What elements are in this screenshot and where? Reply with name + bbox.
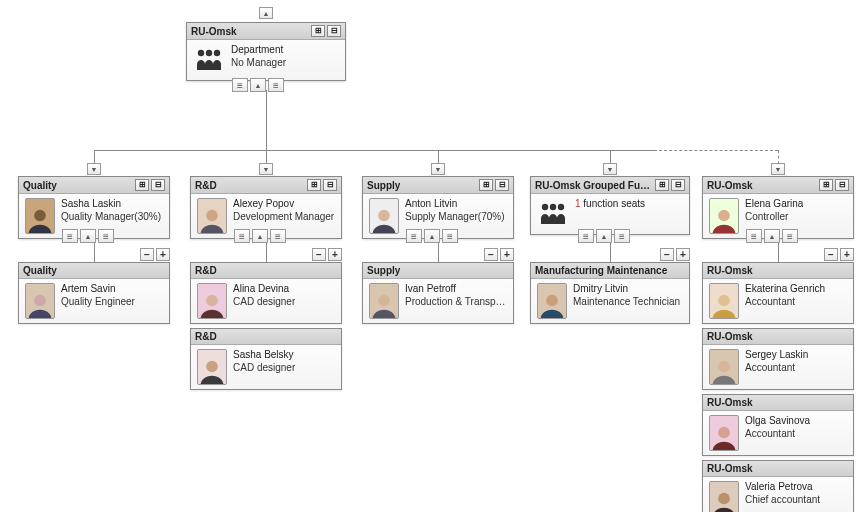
hdr-icon[interactable]: ⊟ [495, 179, 509, 191]
child-name: Alina Devina [233, 283, 295, 296]
child-card[interactable]: RU-Omsk Ekaterina GenrichAccountant [702, 262, 854, 324]
avatar [709, 198, 739, 234]
avatar [197, 349, 227, 385]
hdr-icon[interactable]: ⊞ [307, 179, 321, 191]
expand-plus[interactable]: + [328, 248, 342, 261]
collapse-up-button[interactable] [596, 229, 612, 243]
root-top-handle[interactable] [259, 7, 273, 19]
child-name: Ivan Petroff [405, 283, 507, 296]
svg-point-17 [718, 427, 730, 439]
hdr-icon[interactable]: ⊟ [151, 179, 165, 191]
list-button[interactable] [578, 229, 594, 243]
collapse-up-button[interactable] [424, 229, 440, 243]
list-button[interactable] [232, 78, 248, 92]
avatar [197, 198, 227, 234]
hdr-icon[interactable]: ⊞ [479, 179, 493, 191]
svg-point-18 [718, 493, 730, 505]
collapse-minus[interactable]: − [312, 248, 326, 261]
hdr-icon[interactable]: ⊞ [819, 179, 833, 191]
branch-title: RU-Omsk Grouped Functions [535, 180, 655, 191]
hdr-icon[interactable]: ⊟ [835, 179, 849, 191]
avatar [369, 283, 399, 319]
person-role: Supply Manager(70%) [405, 211, 505, 224]
person-role: Development Manager [233, 211, 334, 224]
list-button[interactable] [234, 229, 250, 243]
hdr-icon[interactable]: ⊟ [323, 179, 337, 191]
child-title: R&D [195, 331, 217, 342]
branch-title: Supply [367, 180, 400, 191]
svg-point-4 [206, 210, 218, 222]
list-button[interactable] [270, 229, 286, 243]
collapse-up-button[interactable] [80, 229, 96, 243]
list-button[interactable] [442, 229, 458, 243]
list-button-2[interactable] [268, 78, 284, 92]
child-card[interactable]: RU-Omsk Olga SavinovaAccountant [702, 394, 854, 456]
child-role: CAD designer [233, 362, 295, 375]
department-icon [193, 44, 225, 76]
svg-point-13 [378, 295, 390, 307]
root-manager: No Manager [231, 57, 286, 70]
expand-plus[interactable]: + [676, 248, 690, 261]
avatar [709, 415, 739, 451]
svg-point-7 [550, 204, 556, 210]
avatar [25, 283, 55, 319]
branch-title: RU-Omsk [707, 180, 753, 191]
child-title: RU-Omsk [707, 265, 753, 276]
collapse-minus[interactable]: − [824, 248, 838, 261]
child-card[interactable]: Quality Artem SavinQuality Engineer [18, 262, 170, 324]
branch-top-handle[interactable]: ▼ [87, 163, 101, 175]
child-card[interactable]: RU-Omsk Valeria PetrovaChief accountant [702, 460, 854, 512]
header-icon-2[interactable]: ⊟ [327, 25, 341, 37]
branch-top-handle[interactable]: ▼ [431, 163, 445, 175]
child-card[interactable]: RU-Omsk Sergey LaskinAccountant [702, 328, 854, 390]
expand-plus[interactable]: + [156, 248, 170, 261]
branch-top-handle[interactable]: ▼ [771, 163, 785, 175]
child-role: Quality Engineer [61, 296, 135, 309]
child-card[interactable]: R&D Sasha BelskyCAD designer [190, 328, 342, 390]
expand-plus[interactable]: + [500, 248, 514, 261]
branch-top-handle[interactable]: ▼ [603, 163, 617, 175]
list-button[interactable] [782, 229, 798, 243]
list-button[interactable] [62, 229, 78, 243]
person-name: Anton Litvin [405, 198, 505, 211]
child-title: Supply [367, 265, 400, 276]
avatar [709, 481, 739, 512]
child-title: RU-Omsk [707, 331, 753, 342]
branch-node-grouped[interactable]: RU-Omsk Grouped Functions⊞⊟ 1 function s… [530, 176, 690, 235]
collapse-minus[interactable]: − [660, 248, 674, 261]
collapse-up-button[interactable] [250, 78, 266, 92]
hdr-icon[interactable]: ⊞ [655, 179, 669, 191]
svg-point-15 [718, 295, 730, 307]
child-card[interactable]: Manufacturing Maintenance Dmitry LitvinM… [530, 262, 690, 324]
avatar [25, 198, 55, 234]
list-button[interactable] [98, 229, 114, 243]
branch-title: R&D [195, 180, 217, 191]
group-icon [537, 198, 569, 230]
collapse-up-button[interactable] [252, 229, 268, 243]
collapse-minus[interactable]: − [140, 248, 154, 261]
child-title: RU-Omsk [707, 463, 753, 474]
list-button[interactable] [614, 229, 630, 243]
hdr-icon[interactable]: ⊟ [671, 179, 685, 191]
header-icon-1[interactable]: ⊞ [311, 25, 325, 37]
root-node[interactable]: RU-Omsk ⊞ ⊟ Department No Manager [186, 22, 346, 81]
root-footer-controls [232, 78, 284, 92]
child-role: Production & Transport Plann... [405, 296, 507, 309]
collapse-up-button[interactable] [764, 229, 780, 243]
child-card[interactable]: Supply Ivan PetroffProduction & Transpor… [362, 262, 514, 324]
svg-point-5 [378, 210, 390, 222]
branch-title: Quality [23, 180, 57, 191]
hdr-icon[interactable]: ⊞ [135, 179, 149, 191]
child-card[interactable]: R&D Alina DevinaCAD designer [190, 262, 342, 324]
branch-top-handle[interactable]: ▼ [259, 163, 273, 175]
list-button[interactable] [406, 229, 422, 243]
child-name: Sergey Laskin [745, 349, 808, 362]
expand-plus[interactable]: + [840, 248, 854, 261]
person-name: Alexey Popov [233, 198, 334, 211]
avatar [537, 283, 567, 319]
collapse-minus[interactable]: − [484, 248, 498, 261]
svg-point-9 [718, 210, 730, 222]
list-button[interactable] [746, 229, 762, 243]
child-role: Chief accountant [745, 494, 820, 507]
root-dept: Department [231, 44, 286, 57]
